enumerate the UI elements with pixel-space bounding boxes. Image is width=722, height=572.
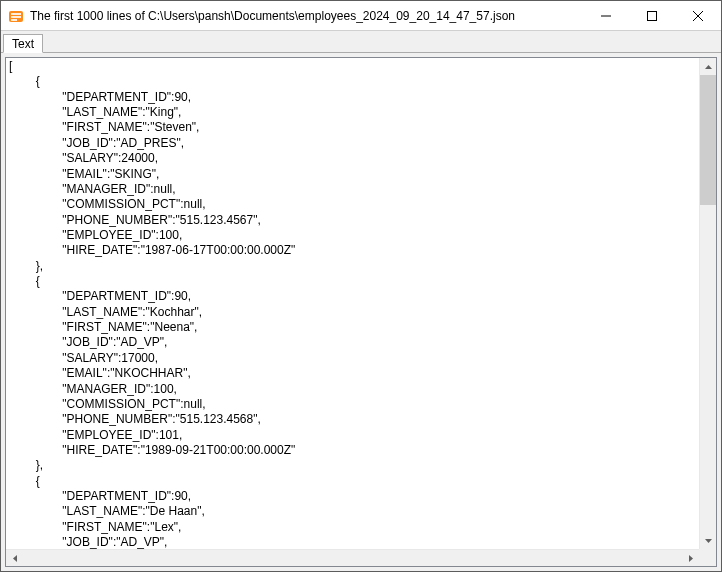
close-icon	[693, 11, 703, 21]
minimize-button[interactable]	[583, 1, 629, 30]
content-frame: [ { "DEPARTMENT_ID":90, "LAST_NAME":"Kin…	[5, 57, 717, 567]
scroll-right-button[interactable]	[682, 550, 699, 566]
window-controls	[583, 1, 721, 30]
scroll-up-button[interactable]	[700, 58, 716, 75]
content-wrapper: [ { "DEPARTMENT_ID":90, "LAST_NAME":"Kin…	[1, 53, 721, 571]
chevron-right-icon	[689, 555, 693, 562]
horizontal-scroll-track[interactable]	[23, 550, 682, 566]
vertical-scroll-thumb[interactable]	[700, 75, 716, 205]
chevron-down-icon	[705, 539, 712, 543]
chevron-left-icon	[13, 555, 17, 562]
scroll-down-button[interactable]	[700, 532, 716, 549]
svg-rect-3	[11, 19, 17, 21]
horizontal-scrollbar[interactable]	[6, 549, 699, 566]
svg-rect-1	[11, 13, 21, 15]
close-button[interactable]	[675, 1, 721, 30]
svg-marker-8	[705, 65, 712, 69]
scroll-left-button[interactable]	[6, 550, 23, 566]
svg-rect-2	[11, 16, 21, 18]
chevron-up-icon	[705, 65, 712, 69]
window-title: The first 1000 lines of C:\Users\pansh\D…	[30, 9, 583, 23]
app-icon	[8, 8, 24, 24]
tabstrip: Text	[1, 31, 721, 53]
svg-marker-9	[705, 539, 712, 543]
scrollbar-corner	[699, 549, 716, 566]
vertical-scrollbar[interactable]	[699, 58, 716, 549]
tab-text[interactable]: Text	[3, 34, 43, 53]
maximize-button[interactable]	[629, 1, 675, 30]
svg-marker-11	[689, 555, 693, 562]
svg-rect-5	[648, 11, 657, 20]
vertical-scroll-track[interactable]	[700, 75, 716, 532]
application-window: The first 1000 lines of C:\Users\pansh\D…	[0, 0, 722, 572]
minimize-icon	[601, 11, 611, 21]
titlebar[interactable]: The first 1000 lines of C:\Users\pansh\D…	[1, 1, 721, 31]
maximize-icon	[647, 11, 657, 21]
horizontal-scroll-thumb[interactable]	[23, 550, 682, 566]
file-text-view[interactable]: [ { "DEPARTMENT_ID":90, "LAST_NAME":"Kin…	[6, 58, 699, 549]
svg-marker-10	[13, 555, 17, 562]
